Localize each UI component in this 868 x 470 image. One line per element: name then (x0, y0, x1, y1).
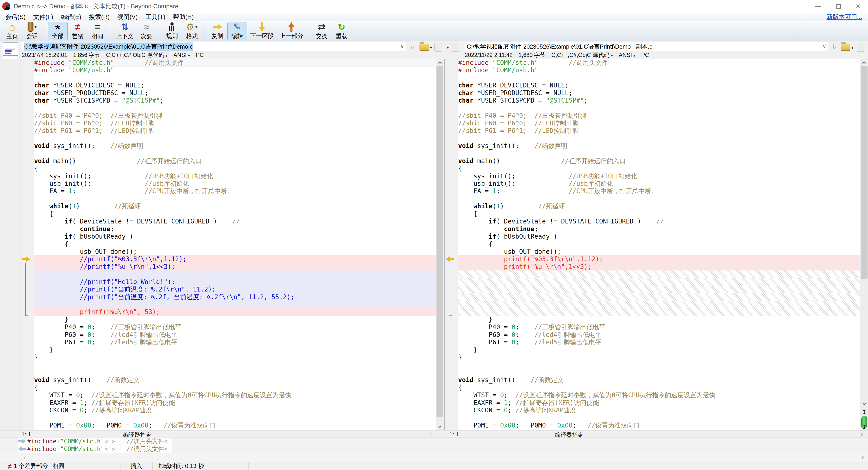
toolbar-button-next-section[interactable]: 下一区段 (247, 22, 277, 40)
save-icon[interactable] (434, 43, 442, 52)
code-line[interactable] (458, 301, 860, 308)
code-line[interactable]: P60 = 0; //led4引脚输出低电平 (458, 331, 860, 339)
scroll-left-icon[interactable]: ‹ (24, 453, 26, 461)
code-line[interactable]: { (34, 241, 436, 248)
toolbar-button-prev-part[interactable]: 上一部分 (277, 22, 306, 40)
code-line[interactable]: CKCON = 0; //提高访问XRAM速度 (34, 407, 436, 414)
code-line[interactable]: while(1) //死循环 (34, 202, 436, 210)
menu-item[interactable]: 帮助(H) (169, 13, 197, 21)
code-line[interactable]: { (34, 165, 436, 172)
toolbar-button-copy[interactable]: 复制 (208, 22, 227, 40)
code-line[interactable]: //sbit P61 = P6^1; //LED控制引脚 (458, 127, 860, 134)
code-line[interactable]: #include "COMM/usb.h" (458, 66, 860, 74)
code-line[interactable]: WTST = 0; //设置程序指令延时参数，赋值为0可将CPU执行指令的速度设… (458, 391, 860, 399)
diff-thumbnail-map[interactable] (3, 42, 18, 56)
right-encoding-dropdown[interactable]: ANSI▾ (619, 52, 635, 58)
menu-item[interactable]: 视图(V) (114, 13, 142, 21)
code-line[interactable]: EAXFR = 1; //扩展寄存器(XFR)访问使能 (458, 399, 860, 407)
code-line[interactable]: P60 = 0; //led4引脚输出低电平 (34, 331, 436, 339)
toolbar-button-diffs[interactable]: ≠差别 (68, 22, 88, 40)
right-code-editor[interactable]: #include "COMM/stc.h" //调用头文件#include "C… (458, 59, 860, 430)
folder-dropdown-icon[interactable]: ▾ (851, 45, 854, 50)
toolbar-button-session[interactable]: ▾会话 (22, 22, 42, 40)
code-line[interactable]: WTST = 0; //设置程序指令延时参数，赋值为0可将CPU执行指令的速度设… (34, 391, 436, 399)
detail-line-left-file[interactable]: #include·"COMM/stc.h"» » //调用头文件¤ (0, 437, 868, 445)
scroll-up-button[interactable] (436, 59, 444, 66)
left-scrollbar[interactable] (436, 59, 444, 430)
code-line[interactable]: char *USER_DEVICEDESC = NULL; (34, 82, 436, 89)
code-line[interactable]: //printf("%u \r\n",1<<3); (34, 263, 436, 271)
code-line[interactable]: //printf("Hello World!"); (34, 278, 436, 286)
status-insert-mode[interactable]: 插入 (121, 462, 153, 470)
code-line[interactable]: usb_init(); //usb库初始化 (458, 180, 860, 187)
code-line[interactable]: } (458, 316, 860, 323)
menu-item[interactable]: 编辑(E) (57, 13, 85, 21)
code-line[interactable]: printf("%u\r\n", 53); (34, 308, 436, 316)
toolbar-button-swap[interactable]: ⇄交换 (312, 22, 332, 40)
toolbar-button-same[interactable]: =相同 (88, 22, 107, 40)
code-line[interactable] (34, 271, 436, 278)
code-line[interactable]: printf("%03.3f\r\n",1.12); (458, 255, 860, 263)
restore-button[interactable] (828, 0, 848, 13)
copy-to-right-arrow-icon[interactable] (22, 256, 30, 262)
chevron-right-icon[interactable]: › (430, 431, 432, 438)
toolbar-button-reload[interactable]: ↻重载 (332, 22, 351, 40)
code-line[interactable]: P40 = 0; //三极管引脚输出低电平 (458, 323, 860, 331)
code-line[interactable] (458, 134, 860, 142)
toolbar-button-all[interactable]: *全部 (48, 22, 68, 40)
pane-menu-icon[interactable]: ▾ (447, 45, 449, 50)
code-line[interactable]: { (458, 241, 860, 248)
folder-icon[interactable] (420, 44, 429, 51)
code-line[interactable]: char *USER_PRODUCTDESC = NULL; (34, 89, 436, 97)
code-line[interactable]: sys_init(); //USB功能+IO口初始化 (458, 173, 860, 180)
scrollbar-thumb[interactable] (861, 66, 868, 279)
toolbar-button-context[interactable]: ⇅上下文 (113, 22, 136, 40)
code-line[interactable]: char *USER_DEVICEDESC = NULL; (458, 82, 860, 89)
code-line[interactable]: //sbit P60 = P6^0; //LED控制引脚 (458, 120, 860, 127)
chevron-down-icon[interactable]: ∨ (823, 43, 826, 50)
left-format-dropdown[interactable]: C,C++,C#,ObjC 源代码▾ (106, 51, 167, 59)
code-line[interactable]: void sys_init() //函数定义 (34, 376, 436, 384)
code-line[interactable]: printf("%u \r\n",1<<3); (458, 263, 860, 271)
code-line[interactable]: if( DeviceState != DEVSTATE_CONFIGURED )… (34, 218, 436, 225)
code-line[interactable] (34, 414, 436, 421)
code-line[interactable] (458, 286, 860, 293)
code-line[interactable]: P0M1 = 0x00; P0M0 = 0x00; //设置为准双向口 (34, 421, 436, 429)
code-line[interactable] (458, 271, 860, 278)
left-path-input[interactable]: C:\教学视频配套附件-20230526\Example\01.C语言Print… (22, 42, 406, 51)
code-line[interactable]: continue; (34, 225, 436, 233)
code-line[interactable]: P61 = 0; //led5引脚输出低电平 (458, 339, 860, 346)
code-line[interactable] (458, 414, 860, 421)
code-line[interactable] (458, 74, 860, 82)
browse-down-icon[interactable]: ⇩ (831, 42, 837, 51)
code-line[interactable]: } (34, 316, 436, 323)
left-code-editor[interactable]: #include "COMM/stc.h" //调用头文件#include "C… (34, 59, 436, 430)
right-line-ending[interactable]: PC (641, 52, 649, 58)
code-line[interactable]: #include "COMM/stc.h" //调用头文件 (34, 59, 436, 66)
update-available-link[interactable]: 新版本可用... (827, 13, 862, 21)
code-line[interactable]: //sbit P61 = P6^1; //LED控制引脚 (34, 127, 436, 134)
code-line[interactable]: EA = 1; //CPU开放中断，打开总中断。 (458, 187, 860, 195)
code-line[interactable]: #include "COMM/stc.h" //调用头文件 (458, 59, 860, 66)
code-line[interactable] (34, 150, 436, 157)
browse-down-icon[interactable]: ⇩ (410, 42, 415, 51)
menu-item[interactable]: 搜索(R) (85, 13, 113, 21)
code-line[interactable]: char *USER_STCISPCMD = "@STCISP#"; (458, 97, 860, 104)
toolbar-button-home[interactable]: ⌂主页 (2, 22, 22, 40)
code-line[interactable]: } (34, 354, 436, 361)
code-line[interactable]: //sbit P40 = P4^0; //三极管控制引脚 (34, 112, 436, 119)
menu-item[interactable]: 工具(T) (142, 13, 169, 21)
code-line[interactable] (34, 134, 436, 142)
code-line[interactable]: usb_OUT_done(); (458, 248, 860, 255)
code-line[interactable]: void main() //程序开始运行的入口 (34, 157, 436, 165)
detail-hscroll[interactable]: ‹ › (0, 453, 868, 462)
code-line[interactable]: { (458, 165, 860, 172)
right-path-input[interactable]: C:\教学视频配套附件-20230526\Example\01.C语言Print… (465, 42, 828, 51)
code-line[interactable]: EA = 1; //CPU开放中断，打开总中断。 (34, 187, 436, 195)
code-line[interactable]: //sbit P60 = P6^0; //LED控制引脚 (34, 120, 436, 127)
chevron-down-icon[interactable]: ∨ (400, 43, 404, 50)
detail-line-right-file[interactable]: #include·"COMM/stc.h"» » //调用头文件¤ (0, 445, 868, 453)
code-line[interactable]: sys_init(); //USB功能+IO口初始化 (34, 173, 436, 180)
code-line[interactable]: //sbit P40 = P4^0; //三极管控制引脚 (458, 112, 860, 119)
code-line[interactable]: //printf("当前温度: %.2f\r\n", 11.2); (34, 286, 436, 293)
